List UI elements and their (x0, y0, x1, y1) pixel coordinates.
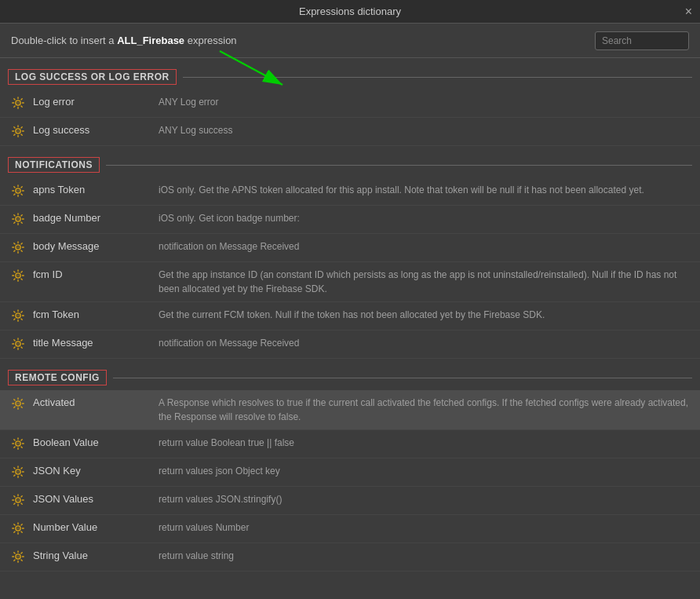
dialog-title: Expressions dictionary (299, 5, 401, 17)
table-row[interactable]: Activated A Response which resolves to t… (0, 390, 700, 430)
item-description: return values Number (159, 520, 692, 535)
svg-point-13 (16, 274, 20, 277)
svg-point-5 (16, 130, 20, 133)
item-gear-icon (11, 396, 27, 412)
section-label-log: LOG SUCCESS OR LOG ERROR (8, 69, 177, 85)
top-bar: Double-click to insert a ALL_Firebase ex… (0, 24, 700, 58)
item-description: return value string (159, 549, 692, 563)
item-description: ANY Log error (159, 95, 692, 109)
table-row[interactable]: fcm Token Get the current FCM token. Nul… (0, 302, 700, 331)
item-gear-icon (11, 212, 27, 228)
title-bar: Expressions dictionary × (0, 0, 700, 24)
item-name: Log success (33, 123, 159, 136)
section-divider-remoteconfig (113, 378, 692, 378)
svg-point-11 (16, 246, 20, 249)
item-gear-icon (11, 337, 27, 352)
item-gear-icon (11, 521, 27, 537)
table-row[interactable]: body Message notification on Message Rec… (0, 234, 700, 262)
item-name: JSON Values (33, 492, 159, 505)
table-row[interactable]: JSON Key return values json Object key (0, 458, 700, 487)
search-input[interactable] (595, 31, 689, 50)
item-name: apns Token (33, 183, 159, 195)
item-description: notification on Message Received (159, 336, 692, 350)
item-name: Boolean Value (33, 436, 159, 448)
item-name: Number Value (33, 520, 159, 533)
table-row[interactable]: Number Value return values Number (0, 515, 700, 543)
section-label-remoteconfig: REMOTE CONFIG (8, 370, 107, 385)
section-header-notifications: NOTIFICATIONS (0, 151, 700, 177)
table-row[interactable]: fcm ID Get the app instance ID (an const… (0, 262, 700, 302)
item-gear-icon (11, 268, 27, 284)
close-button[interactable]: × (685, 5, 692, 18)
svg-point-3 (16, 101, 20, 104)
svg-point-25 (16, 499, 20, 502)
item-name: Log error (33, 95, 159, 108)
svg-point-19 (16, 402, 20, 405)
svg-point-29 (16, 555, 20, 558)
item-gear-icon (11, 550, 27, 565)
item-gear-icon (11, 240, 27, 256)
item-description: iOS only. Get icon badge number: (159, 211, 692, 225)
table-row[interactable]: Boolean Value return value Boolean true … (0, 430, 700, 458)
table-row[interactable]: title Message notification on Message Re… (0, 331, 700, 359)
item-name: badge Number (33, 211, 159, 224)
item-description: return values JSON.stringify() (159, 492, 692, 506)
item-gear-icon (11, 436, 27, 452)
item-name: fcm ID (33, 268, 159, 280)
svg-point-7 (16, 189, 20, 192)
table-row[interactable]: Log success ANY Log success (0, 118, 700, 146)
item-name: title Message (33, 336, 159, 349)
table-row[interactable]: apns Token iOS only. Get the APNS token … (0, 177, 700, 206)
svg-point-9 (16, 217, 20, 221)
svg-point-27 (16, 527, 20, 530)
item-gear-icon (11, 465, 27, 480)
item-description: A Response which resolves to true if the… (159, 396, 692, 424)
section-divider-notifications (106, 165, 692, 166)
item-description: return values json Object key (159, 464, 692, 478)
table-row[interactable]: String Value return value string (0, 543, 700, 572)
svg-point-23 (16, 470, 20, 473)
section-header-log: LOG SUCCESS OR LOG ERROR (0, 63, 700, 89)
hint-text: Double-click to insert a ALL_Firebase ex… (11, 35, 237, 46)
table-row[interactable]: badge Number iOS only. Get icon badge nu… (0, 206, 700, 234)
table-row[interactable]: JSON Values return values JSON.stringify… (0, 487, 700, 515)
item-name: Activated (33, 396, 159, 408)
item-description: Get the app instance ID (an constant ID … (159, 268, 692, 296)
section-divider-log (183, 77, 692, 78)
content-area: LOG SUCCESS OR LOG ERROR Log error ANY L… (0, 58, 700, 599)
item-description: iOS only. Get the APNS token allocated f… (159, 183, 692, 197)
item-gear-icon (11, 493, 27, 509)
item-description: return value Boolean true || false (159, 436, 692, 450)
item-name: JSON Key (33, 464, 159, 477)
item-description: notification on Message Received (159, 239, 692, 254)
item-gear-icon (11, 96, 27, 111)
item-description: Get the current FCM token. Null if the t… (159, 308, 692, 322)
svg-point-15 (16, 314, 20, 317)
item-gear-icon (11, 184, 27, 199)
item-name: String Value (33, 549, 159, 561)
table-row[interactable]: Log error ANY Log error (0, 89, 700, 118)
svg-point-17 (16, 342, 20, 345)
section-header-remoteconfig: REMOTE CONFIG (0, 363, 700, 390)
svg-point-21 (16, 442, 20, 445)
item-description: ANY Log success (159, 123, 692, 137)
section-label-notifications: NOTIFICATIONS (8, 157, 100, 173)
item-gear-icon (11, 309, 27, 324)
item-gear-icon (11, 124, 27, 140)
item-name: body Message (33, 239, 159, 252)
item-name: fcm Token (33, 308, 159, 320)
